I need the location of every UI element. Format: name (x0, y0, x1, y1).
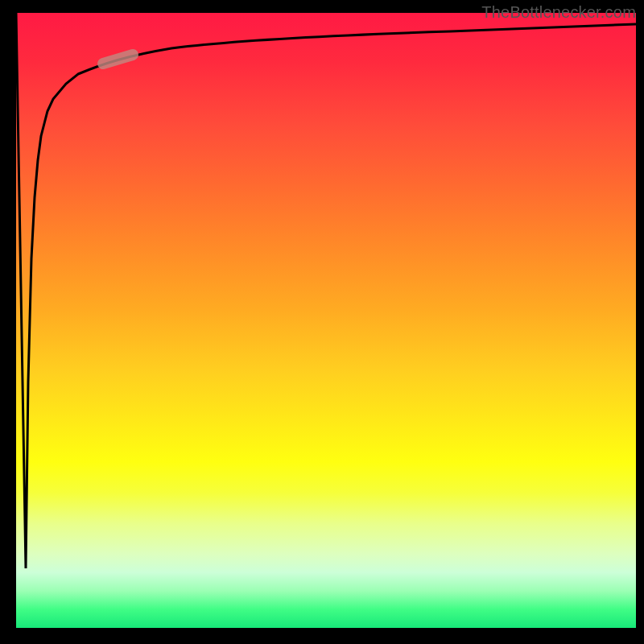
x-axis-border (0, 628, 644, 644)
y-axis-border (0, 0, 16, 644)
watermark-text: TheBottlenecker.com (481, 3, 636, 22)
chart-gradient-background (16, 13, 636, 628)
chart-container (0, 0, 644, 644)
